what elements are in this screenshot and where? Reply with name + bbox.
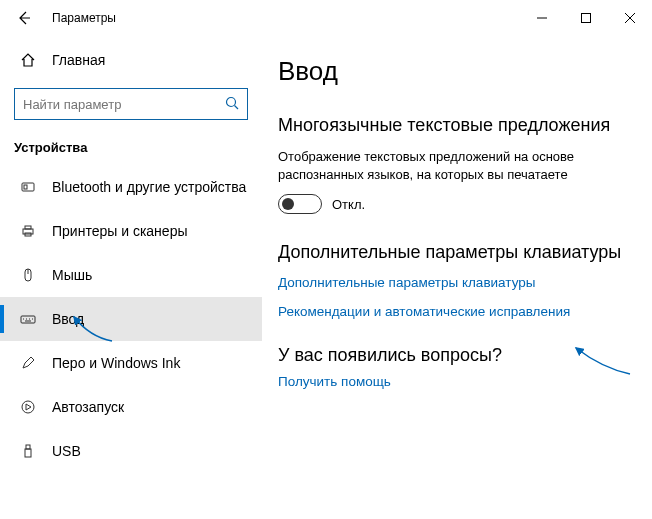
bluetooth-devices-icon bbox=[18, 179, 38, 195]
arrow-left-icon bbox=[16, 10, 32, 26]
sidebar-home-label: Главная bbox=[52, 52, 105, 68]
sidebar-item-label: Bluetooth и другие устройства bbox=[52, 179, 246, 195]
sidebar-item-label: Принтеры и сканеры bbox=[52, 223, 187, 239]
svg-line-5 bbox=[235, 105, 239, 109]
autoplay-icon bbox=[18, 399, 38, 415]
sidebar: Главная Устройства Bluetooth и другие ус… bbox=[0, 36, 262, 519]
svg-rect-9 bbox=[25, 226, 31, 229]
mouse-icon bbox=[18, 267, 38, 283]
svg-point-19 bbox=[22, 401, 34, 413]
link-autocorrect[interactable]: Рекомендации и автоматические исправлени… bbox=[278, 304, 628, 319]
page-title: Ввод bbox=[278, 56, 628, 87]
sidebar-item-printers[interactable]: Принтеры и сканеры bbox=[0, 209, 262, 253]
link-get-help[interactable]: Получить помощь bbox=[278, 374, 628, 389]
sidebar-item-label: Ввод bbox=[52, 311, 84, 327]
search-icon bbox=[225, 96, 239, 113]
help-heading: У вас появились вопросы? bbox=[278, 345, 628, 366]
sidebar-item-mouse[interactable]: Мышь bbox=[0, 253, 262, 297]
maximize-button[interactable] bbox=[564, 2, 608, 34]
sidebar-item-pen[interactable]: Перо и Windows Ink bbox=[0, 341, 262, 385]
svg-rect-7 bbox=[24, 185, 27, 189]
content-pane: Ввод Многоязычные текстовые предложения … bbox=[262, 36, 652, 519]
toggle-label: Откл. bbox=[332, 197, 365, 212]
section-heading-advanced-kb: Дополнительные параметры клавиатуры bbox=[278, 242, 628, 263]
sidebar-item-label: Мышь bbox=[52, 267, 92, 283]
section-desc-multilang: Отображение текстовых предложений на осн… bbox=[278, 148, 628, 184]
minimize-icon bbox=[537, 13, 547, 23]
titlebar: Параметры bbox=[0, 0, 652, 36]
sidebar-item-autoplay[interactable]: Автозапуск bbox=[0, 385, 262, 429]
close-icon bbox=[625, 13, 635, 23]
toggle-multilang[interactable] bbox=[278, 194, 322, 214]
toggle-row-multilang: Откл. bbox=[278, 194, 628, 214]
sidebar-item-typing[interactable]: Ввод bbox=[0, 297, 262, 341]
sidebar-item-usb[interactable]: USB bbox=[0, 429, 262, 473]
toggle-knob bbox=[282, 198, 294, 210]
sidebar-item-label: USB bbox=[52, 443, 81, 459]
close-button[interactable] bbox=[608, 2, 652, 34]
search-input[interactable] bbox=[23, 97, 225, 112]
sidebar-item-label: Автозапуск bbox=[52, 399, 124, 415]
window-title: Параметры bbox=[52, 11, 116, 25]
section-heading-multilang: Многоязычные текстовые предложения bbox=[278, 115, 628, 136]
svg-point-4 bbox=[227, 97, 236, 106]
maximize-icon bbox=[581, 13, 591, 23]
back-button[interactable] bbox=[8, 2, 40, 34]
svg-rect-1 bbox=[582, 14, 591, 23]
sidebar-section-header: Устройства bbox=[0, 128, 262, 165]
pen-icon bbox=[18, 355, 38, 371]
sidebar-item-bluetooth[interactable]: Bluetooth и другие устройства bbox=[0, 165, 262, 209]
svg-rect-21 bbox=[25, 449, 31, 457]
svg-rect-20 bbox=[26, 445, 30, 449]
printer-icon bbox=[18, 223, 38, 239]
sidebar-item-label: Перо и Windows Ink bbox=[52, 355, 180, 371]
minimize-button[interactable] bbox=[520, 2, 564, 34]
home-icon bbox=[18, 52, 38, 68]
window-controls bbox=[520, 2, 652, 34]
keyboard-icon bbox=[18, 311, 38, 327]
sidebar-home[interactable]: Главная bbox=[0, 40, 262, 80]
usb-icon bbox=[18, 443, 38, 459]
search-box[interactable] bbox=[14, 88, 248, 120]
link-advanced-keyboard[interactable]: Дополнительные параметры клавиатуры bbox=[278, 275, 628, 290]
